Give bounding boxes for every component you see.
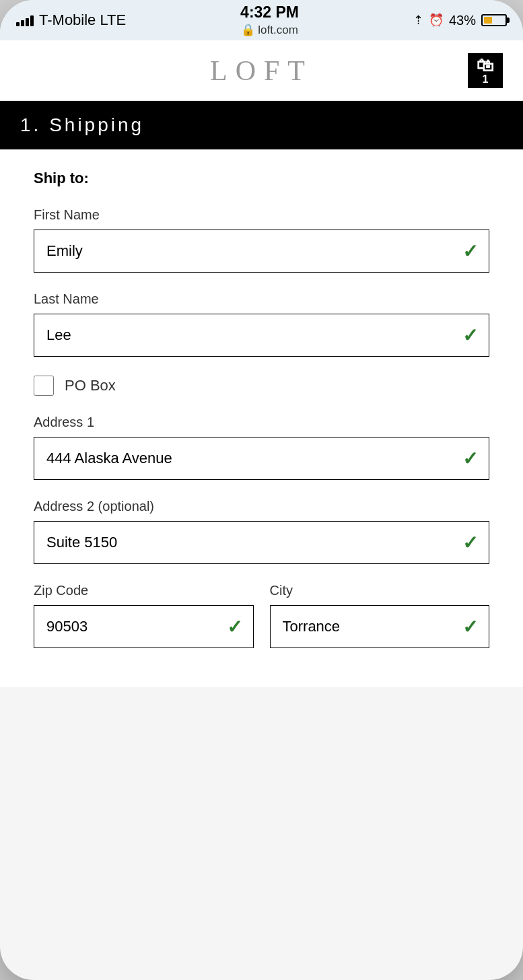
- address1-input-wrapper: ✓: [34, 437, 489, 480]
- address2-checkmark-icon: ✓: [462, 532, 478, 554]
- zip-checkmark-icon: ✓: [227, 616, 242, 638]
- section-header: 1. Shipping: [0, 101, 523, 149]
- address1-input[interactable]: [34, 438, 489, 479]
- zip-city-row: Zip Code ✓ City ✓: [34, 583, 489, 667]
- status-right: ⇡ ⏰ 43%: [413, 13, 507, 28]
- lock-icon: 🔒: [241, 23, 255, 37]
- city-label: City: [270, 583, 490, 598]
- phone-frame: T-Mobile LTE 4:32 PM 🔒 loft.com ⇡ ⏰ 43% …: [0, 0, 523, 980]
- status-bar: T-Mobile LTE 4:32 PM 🔒 loft.com ⇡ ⏰ 43%: [0, 0, 523, 40]
- time-display: 4:32 PM: [240, 3, 299, 22]
- signal-bar-4: [30, 15, 34, 26]
- ship-to-label: Ship to:: [34, 170, 489, 187]
- battery-icon: [481, 14, 507, 26]
- shipping-form: Ship to: First Name ✓ Last Name ✓ PO Box…: [0, 149, 523, 687]
- last-name-checkmark-icon: ✓: [462, 324, 478, 347]
- address2-field-group: Address 2 (optional) ✓: [34, 499, 489, 564]
- city-input-wrapper: ✓: [270, 605, 490, 648]
- first-name-label: First Name: [34, 207, 489, 223]
- city-input[interactable]: [271, 606, 489, 648]
- first-name-input-wrapper: ✓: [34, 230, 489, 273]
- carrier-label: T-Mobile LTE: [39, 11, 126, 29]
- address1-field-group: Address 1 ✓: [34, 415, 489, 480]
- zip-input[interactable]: [34, 606, 253, 648]
- address2-input-wrapper: ✓: [34, 521, 489, 564]
- zip-field-group: Zip Code ✓: [34, 583, 254, 648]
- status-left: T-Mobile LTE: [16, 11, 126, 29]
- city-field-group: City ✓: [270, 583, 490, 648]
- po-box-checkbox[interactable]: [34, 376, 54, 396]
- battery-fill: [484, 17, 492, 24]
- url-text: loft.com: [258, 24, 298, 37]
- cart-bag-icon: 🛍: [477, 57, 494, 74]
- cart-button[interactable]: 🛍 1: [468, 53, 503, 88]
- site-header: LOFT 🛍 1: [0, 40, 523, 101]
- po-box-row: PO Box: [34, 376, 489, 396]
- status-center: 4:32 PM 🔒 loft.com: [240, 3, 299, 37]
- last-name-field-group: Last Name ✓: [34, 291, 489, 357]
- section-header-label: 1. Shipping: [20, 114, 144, 135]
- alarm-icon: ⏰: [429, 13, 444, 28]
- address2-label: Address 2 (optional): [34, 499, 489, 514]
- loft-logo: LOFT: [210, 55, 313, 87]
- city-checkmark-icon: ✓: [462, 616, 478, 638]
- address1-label: Address 1: [34, 415, 489, 430]
- last-name-label: Last Name: [34, 291, 489, 307]
- url-bar[interactable]: 🔒 loft.com: [241, 23, 298, 37]
- signal-bar-1: [16, 22, 20, 26]
- signal-bar-2: [21, 20, 24, 26]
- first-name-checkmark-icon: ✓: [462, 240, 478, 262]
- signal-bars-icon: [16, 14, 34, 26]
- signal-bar-3: [26, 18, 29, 26]
- battery-percentage: 43%: [449, 13, 476, 28]
- zip-input-wrapper: ✓: [34, 605, 254, 648]
- last-name-input[interactable]: [34, 314, 489, 356]
- cart-count: 1: [483, 74, 489, 85]
- address2-input[interactable]: [34, 522, 489, 563]
- last-name-input-wrapper: ✓: [34, 314, 489, 357]
- po-box-label: PO Box: [65, 377, 116, 394]
- first-name-field-group: First Name ✓: [34, 207, 489, 273]
- location-icon: ⇡: [413, 13, 423, 28]
- first-name-input[interactable]: [34, 230, 489, 272]
- zip-label: Zip Code: [34, 583, 254, 598]
- address1-checkmark-icon: ✓: [462, 448, 478, 470]
